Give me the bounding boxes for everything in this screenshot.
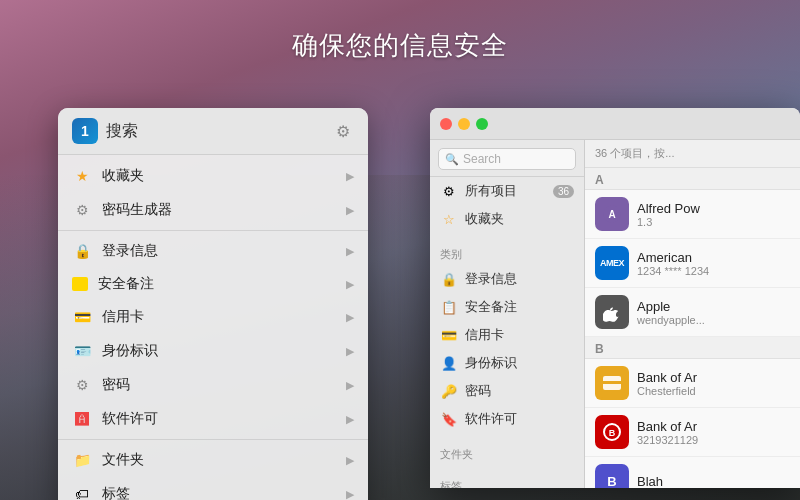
list-item-blah[interactable]: B Blah <box>585 457 800 488</box>
main-window: 🔍 Search ⚙ 所有项目 36 ☆ 收藏夹 类别 🔒 登录信息 <box>430 108 800 488</box>
item-name: Blah <box>637 474 790 489</box>
mini-item-tags[interactable]: 🏷 标签 ▶ <box>58 477 368 500</box>
key-icon: 🔑 <box>440 382 458 400</box>
item-info: Blah <box>637 474 790 489</box>
chevron-right-icon: ▶ <box>346 278 354 291</box>
alfred-logo-svg: A <box>602 204 622 224</box>
mini-popup-list: ★ 收藏夹 ▶ ⚙ 密码生成器 ▶ 🔒 登录信息 ▶ 安全备注 ▶ 💳 信用卡 … <box>58 155 368 500</box>
identity-icon: 🪪 <box>72 341 92 361</box>
mini-search-label: 搜索 <box>106 121 332 142</box>
sidebar-item-label: 密码 <box>465 383 574 400</box>
divider <box>58 230 368 231</box>
chevron-right-icon: ▶ <box>346 413 354 426</box>
chevron-right-icon: ▶ <box>346 488 354 501</box>
all-items-badge: 36 <box>553 185 574 198</box>
note-icon: 📋 <box>440 298 458 316</box>
mini-item-label: 软件许可 <box>102 410 346 428</box>
traffic-lights <box>440 118 488 130</box>
mini-item-label: 登录信息 <box>102 242 346 260</box>
identity-icon: 👤 <box>440 354 458 372</box>
item-logo-alfred: A <box>595 197 629 231</box>
item-logo-amex: AMEX <box>595 246 629 280</box>
list-item-amex[interactable]: AMEX American 1234 **** 1234 <box>585 239 800 288</box>
onepassword-icon: 1 <box>72 118 98 144</box>
content-area: 36 个项目，按... A A Alfred Pow 1.3 <box>585 140 800 488</box>
sidebar-item-credit-cards[interactable]: 💳 信用卡 <box>430 321 584 349</box>
mini-item-folders[interactable]: 📁 文件夹 ▶ <box>58 443 368 477</box>
credit-card-icon: 💳 <box>440 326 458 344</box>
lock-icon: 🔒 <box>440 270 458 288</box>
item-logo-bank2: B <box>595 415 629 449</box>
lock-icon: 🔒 <box>72 241 92 261</box>
mini-item-software[interactable]: 🅰 软件许可 ▶ <box>58 402 368 436</box>
search-icon: 🔍 <box>445 153 459 166</box>
sidebar-item-identities[interactable]: 👤 身份标识 <box>430 349 584 377</box>
item-logo-bank1 <box>595 366 629 400</box>
svg-text:B: B <box>607 474 616 488</box>
item-info: American 1234 **** 1234 <box>637 250 790 277</box>
items-list: A A Alfred Pow 1.3 AME <box>585 168 800 488</box>
mini-item-passwords[interactable]: ⚙ 密码 ▶ <box>58 368 368 402</box>
software-icon: 🔖 <box>440 410 458 428</box>
sidebar-item-label: 软件许可 <box>465 411 574 428</box>
sidebar-item-secure-notes[interactable]: 📋 安全备注 <box>430 293 584 321</box>
bank1-logo-svg <box>597 368 627 398</box>
folder-icon: 📁 <box>72 450 92 470</box>
mini-item-favorites[interactable]: ★ 收藏夹 ▶ <box>58 159 368 193</box>
sidebar-search: 🔍 Search <box>430 140 584 177</box>
sidebar-item-all[interactable]: ⚙ 所有项目 36 <box>430 177 584 205</box>
mini-item-label: 信用卡 <box>102 308 346 326</box>
tag-icon: 🏷 <box>72 484 92 500</box>
chevron-right-icon: ▶ <box>346 311 354 324</box>
item-sub: 1.3 <box>637 216 790 228</box>
sidebar-item-label: 所有项目 <box>465 183 553 200</box>
chevron-right-icon: ▶ <box>346 170 354 183</box>
sidebar-item-software[interactable]: 🔖 软件许可 <box>430 405 584 433</box>
tags-section-title: 标签 <box>430 471 584 488</box>
item-sub: 1234 **** 1234 <box>637 265 790 277</box>
sidebar: 🔍 Search ⚙ 所有项目 36 ☆ 收藏夹 类别 🔒 登录信息 <box>430 140 585 488</box>
star-icon: ★ <box>72 166 92 186</box>
mini-item-label: 身份标识 <box>102 342 346 360</box>
all-items-icon: ⚙ <box>440 182 458 200</box>
mini-item-label: 安全备注 <box>98 275 346 293</box>
item-name: Apple <box>637 299 790 314</box>
gear-icon: ⚙ <box>72 200 92 220</box>
mini-item-identities[interactable]: 🪪 身份标识 ▶ <box>58 334 368 368</box>
sidebar-item-logins[interactable]: 🔒 登录信息 <box>430 265 584 293</box>
mini-item-label: 密码 <box>102 376 346 394</box>
svg-text:B: B <box>609 428 616 438</box>
apple-logo-svg <box>603 302 621 322</box>
sidebar-item-passwords[interactable]: 🔑 密码 <box>430 377 584 405</box>
mini-item-label: 文件夹 <box>102 451 346 469</box>
sidebar-item-favorites[interactable]: ☆ 收藏夹 <box>430 205 584 233</box>
chevron-right-icon: ▶ <box>346 204 354 217</box>
list-item-bank2[interactable]: B Bank of Ar 3219321129 <box>585 408 800 457</box>
item-info: Apple wendyapple... <box>637 299 790 326</box>
list-item-apple[interactable]: Apple wendyapple... <box>585 288 800 337</box>
close-button[interactable] <box>440 118 452 130</box>
maximize-button[interactable] <box>476 118 488 130</box>
sidebar-item-label: 安全备注 <box>465 299 574 316</box>
credit-card-icon: 💳 <box>72 307 92 327</box>
list-item-alfred[interactable]: A Alfred Pow 1.3 <box>585 190 800 239</box>
mini-item-credit-cards[interactable]: 💳 信用卡 ▶ <box>58 300 368 334</box>
software-icon: 🅰 <box>72 409 92 429</box>
mini-popup-header: 1 搜索 ⚙ <box>58 108 368 155</box>
mini-item-password-gen[interactable]: ⚙ 密码生成器 ▶ <box>58 193 368 227</box>
search-box[interactable]: 🔍 Search <box>438 148 576 170</box>
minimize-button[interactable] <box>458 118 470 130</box>
item-name: Bank of Ar <box>637 370 790 385</box>
sidebar-item-label: 收藏夹 <box>465 211 574 228</box>
divider <box>58 439 368 440</box>
chevron-right-icon: ▶ <box>346 379 354 392</box>
chevron-right-icon: ▶ <box>346 454 354 467</box>
list-item-bank1[interactable]: Bank of Ar Chesterfield <box>585 359 800 408</box>
mini-item-secure-notes[interactable]: 安全备注 ▶ <box>58 268 368 300</box>
item-logo-apple <box>595 295 629 329</box>
mini-item-logins[interactable]: 🔒 登录信息 ▶ <box>58 234 368 268</box>
item-name: American <box>637 250 790 265</box>
folder-section-title: 文件夹 <box>430 439 584 465</box>
settings-button[interactable]: ⚙ <box>332 120 354 142</box>
section-letter-b: B <box>585 337 800 359</box>
